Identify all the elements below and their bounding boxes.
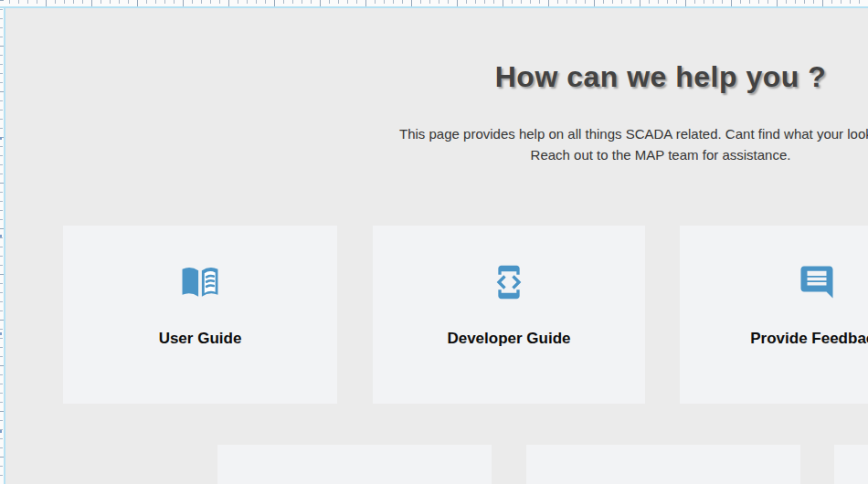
page-subtitle-line2: Reach out to the MAP team for assistance…: [0, 147, 868, 163]
chat-message-icon: [798, 262, 836, 302]
help-page: How can we help you ? This page provides…: [0, 0, 868, 484]
developer-mode-icon: [491, 262, 527, 302]
card-label: Provide Feedback: [750, 330, 868, 348]
card-partial[interactable]: [526, 445, 800, 484]
card-partial[interactable]: [217, 445, 492, 484]
page-title: How can we help you ?: [0, 60, 868, 94]
canvas-guide-line-vertical: [4, 6, 5, 484]
canvas-guide-line-horizontal: [0, 6, 868, 8]
open-book-icon: [179, 262, 221, 302]
page-subtitle-line1: This page provides help on all things SC…: [399, 126, 868, 142]
card-provide-feedback[interactable]: Provide Feedback: [680, 226, 868, 404]
ruler-horizontal: [0, 0, 868, 6]
card-developer-guide[interactable]: Developer Guide: [373, 226, 645, 404]
card-label: Developer Guide: [447, 330, 570, 348]
card-label: User Guide: [159, 330, 242, 348]
card-partial[interactable]: [834, 445, 868, 484]
card-user-guide[interactable]: User Guide: [63, 226, 337, 404]
